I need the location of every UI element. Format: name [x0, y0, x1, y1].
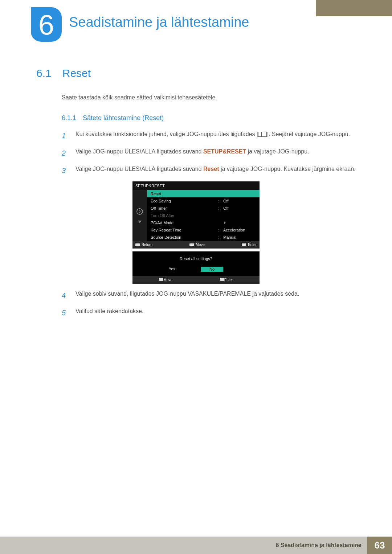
- menu-label: Eco Saving: [151, 199, 216, 203]
- move-icon: [189, 243, 194, 246]
- move-icon: [159, 278, 163, 281]
- highlight: SETUP&RESET: [203, 148, 246, 155]
- label: Enter: [248, 243, 257, 247]
- text-fragment: Kui kuvatakse funktsioonide juhend, vali…: [75, 131, 258, 137]
- section-intro: Saate taastada kõik seadme sätted vaikim…: [62, 93, 356, 102]
- chapter-title: Seadistamine ja lähtestamine: [69, 15, 249, 30]
- step-number: 2: [62, 147, 68, 160]
- step-text: Valige JOG-nuppu ÜLES/ALLA liigutades su…: [75, 164, 356, 177]
- confirm-no: No: [201, 267, 223, 272]
- footer-text: 6 Seadistamine ja lähtestamine: [0, 537, 367, 554]
- osd-header: SETUP&RESET: [132, 181, 260, 190]
- step-text: Kui kuvatakse funktsioonide juhend, vali…: [75, 129, 356, 142]
- colon: :: [218, 228, 221, 232]
- label: Move: [163, 278, 172, 282]
- osd-sidebar: [132, 190, 147, 241]
- menu-label: Source Detection: [151, 235, 216, 239]
- menu-value: Off: [223, 206, 256, 210]
- highlight: Reset: [203, 166, 219, 172]
- step-4: 4 Valige sobiv suvand, liigutades JOG-nu…: [62, 289, 356, 302]
- footer-return: Return: [135, 243, 152, 247]
- osd-menu-item: Eco Saving:Off: [147, 197, 260, 205]
- label: Enter: [224, 278, 233, 282]
- section-number: 6.1: [36, 67, 52, 79]
- menu-value: Off: [223, 199, 256, 203]
- osd-confirm-dialog: Reset all settings? Yes No Move Enter: [132, 251, 260, 284]
- osd-panel-main: SETUP&RESET ResetEco Saving:OffOff Timer…: [132, 181, 260, 249]
- osd-menu-item: PC/AV Mode: [147, 219, 260, 226]
- confirm-yes: Yes: [169, 267, 175, 272]
- step-text: Valige JOG-nuppu ÜLES/ALLA liigutades su…: [75, 147, 356, 160]
- section-title: Reset: [62, 67, 91, 79]
- osd-menu-list: ResetEco Saving:OffOff Timer:OffTurn Off…: [147, 190, 260, 241]
- menu-label: PC/AV Mode: [151, 221, 216, 225]
- subsection-number: 6.1.1: [62, 114, 76, 122]
- menu-label: Key Repeat Time: [151, 228, 216, 232]
- confirm-footer: Move Enter: [132, 276, 260, 284]
- step-text: Valitud säte rakendatakse.: [75, 306, 356, 319]
- arrow-right-icon: [224, 221, 226, 224]
- menu-label: Reset: [151, 192, 256, 196]
- chapter-number: 6: [38, 11, 54, 39]
- top-accent-bar: [316, 0, 392, 16]
- chapter-badge: 6: [31, 7, 62, 42]
- footer-enter: Enter: [242, 243, 257, 247]
- label: Return: [142, 243, 152, 247]
- arrow-down-icon: [138, 221, 142, 223]
- step-number: 5: [62, 306, 68, 319]
- footer-move: Move: [159, 278, 172, 282]
- osd-menu-item: Key Repeat Time:Acceleration: [147, 226, 260, 234]
- label: Move: [196, 243, 204, 247]
- subsection-heading: 6.1.1 Sätete lähtestamine (Reset): [62, 114, 356, 122]
- section-heading: 6.1 Reset: [36, 67, 356, 79]
- step-3: 3 Valige JOG-nuppu ÜLES/ALLA liigutades …: [62, 164, 356, 177]
- enter-icon: [242, 243, 246, 246]
- step-2: 2 Valige JOG-nuppu ÜLES/ALLA liigutades …: [62, 147, 356, 160]
- enter-icon: [220, 278, 224, 281]
- colon: :: [218, 199, 221, 203]
- text-fragment: ]. Seejärel vajutage JOG-nuppu.: [267, 131, 350, 137]
- text-fragment: Valige JOG-nuppu ÜLES/ALLA liigutades su…: [75, 148, 203, 155]
- colon: :: [218, 235, 221, 239]
- text-fragment: Valige JOG-nuppu ÜLES/ALLA liigutades su…: [75, 166, 203, 172]
- subsection-title: Sätete lähtestamine (Reset): [83, 114, 164, 122]
- step-number: 4: [62, 289, 68, 302]
- confirm-options: Yes No: [132, 264, 260, 276]
- text-fragment: ja vajutage JOG-nuppu.: [246, 148, 309, 155]
- return-icon: [135, 243, 140, 246]
- osd-body: ResetEco Saving:OffOff Timer:OffTurn Off…: [132, 190, 260, 241]
- step-5: 5 Valitud säte rakendatakse.: [62, 306, 356, 319]
- step-1: 1 Kui kuvatakse funktsioonide juhend, va…: [62, 129, 356, 142]
- menu-label: Off Timer: [151, 206, 216, 210]
- confirm-question: Reset all settings?: [132, 251, 260, 264]
- osd-menu-item: Turn Off After: [147, 212, 260, 219]
- step-number: 3: [62, 164, 68, 177]
- text-fragment: ja vajutage JOG-nuppu. Kuvatakse järgmin…: [219, 166, 356, 172]
- page-number: 63: [367, 537, 392, 554]
- osd-screenshot: SETUP&RESET ResetEco Saving:OffOff Timer…: [132, 181, 260, 284]
- menu-value: Manual: [223, 235, 256, 239]
- footer-enter: Enter: [220, 278, 233, 282]
- osd-menu-item: Off Timer:Off: [147, 205, 260, 212]
- osd-menu-item: Reset: [147, 190, 260, 197]
- step-number: 1: [62, 129, 68, 142]
- step-text: Valige sobiv suvand, liigutades JOG-nupp…: [75, 289, 356, 302]
- osd-footer: Return Move Enter: [132, 241, 260, 249]
- footer-move: Move: [189, 243, 204, 247]
- colon: :: [218, 206, 221, 210]
- menu-label: Turn Off After: [151, 213, 256, 218]
- content-area: 6.1 Reset Saate taastada kõik seadme sät…: [36, 67, 356, 324]
- page-footer: 6 Seadistamine ja lähtestamine 63: [0, 537, 392, 554]
- osd-menu-item: Source Detection:Manual: [147, 234, 260, 241]
- menu-icon: [258, 132, 267, 137]
- menu-value: Acceleration: [223, 228, 256, 232]
- gear-icon: [136, 208, 143, 215]
